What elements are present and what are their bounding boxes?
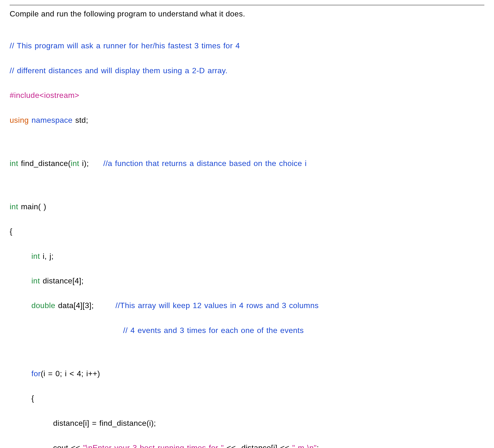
cout-1-end: ; <box>317 443 319 448</box>
int-keyword-4: int <box>31 252 40 260</box>
blank-3 <box>10 349 484 355</box>
data-decl: double data[4][3];//This array will keep… <box>10 299 484 312</box>
for-1-brace-open: { <box>10 392 484 405</box>
int-keyword-5: int <box>31 276 40 285</box>
find-distance-end: i); <box>82 159 89 168</box>
std-ident: std; <box>75 116 88 125</box>
blank-1 <box>10 139 484 145</box>
namespace-keyword: namespace <box>31 116 73 125</box>
main-brace-open: { <box>10 225 484 238</box>
main-ident: main( ) <box>21 202 46 211</box>
comment-line-1: // This program will ask a runner for he… <box>10 40 484 52</box>
int-keyword-3: int <box>10 202 18 211</box>
blank-2 <box>10 182 484 188</box>
comment-line-2: // different distances and will display … <box>10 64 484 77</box>
top-separator <box>10 5 484 5</box>
for-1-cond: (i = 0; i < 4; i++) <box>41 369 100 378</box>
find-distance-decl: int find_distance(int i);//a function th… <box>10 157 484 170</box>
cout-1-str2: " m \n" <box>292 443 317 448</box>
int-keyword-2: int <box>71 159 79 168</box>
cout-1-a: cout << <box>53 443 80 448</box>
distance-ident: distance[4]; <box>43 276 84 285</box>
data-comment-2-line: // 4 events and 3 times for each one of … <box>10 324 484 337</box>
int-ij-decl: int i, j; <box>10 250 484 262</box>
cout-1: cout << "\nEnter your 3 best running tim… <box>10 442 484 448</box>
data-comment-2: // 4 events and 3 times for each one of … <box>123 326 304 335</box>
double-keyword: double <box>31 301 55 310</box>
using-keyword: using <box>10 116 29 125</box>
for-keyword-1: for <box>31 369 41 378</box>
data-comment-1: //This array will keep 12 values in 4 ro… <box>115 301 319 310</box>
using-line: using namespace std; <box>10 114 484 126</box>
find-distance-ident: find_distance( <box>21 159 71 168</box>
instruction-text: Compile and run the following program to… <box>10 8 484 20</box>
distance-decl: int distance[4]; <box>10 275 484 287</box>
code-block: // This program will ask a runner for he… <box>10 27 484 448</box>
ij-ident: i, j; <box>43 252 54 260</box>
int-keyword-1: int <box>10 159 18 168</box>
for-1: for(i = 0; i < 4; i++) <box>10 368 484 380</box>
data-ident: data[4][3]; <box>58 301 94 310</box>
include-line: #include<iostream> <box>10 89 484 102</box>
main-decl: int main( ) <box>10 201 484 213</box>
cout-1-mid: << distance[i] << <box>226 443 289 448</box>
distance-assign: distance[i] = find_distance(i); <box>10 417 484 429</box>
cout-1-str1: "\nEnter your 3 best running times for " <box>83 443 224 448</box>
find-distance-comment: //a function that returns a distance bas… <box>103 159 307 168</box>
